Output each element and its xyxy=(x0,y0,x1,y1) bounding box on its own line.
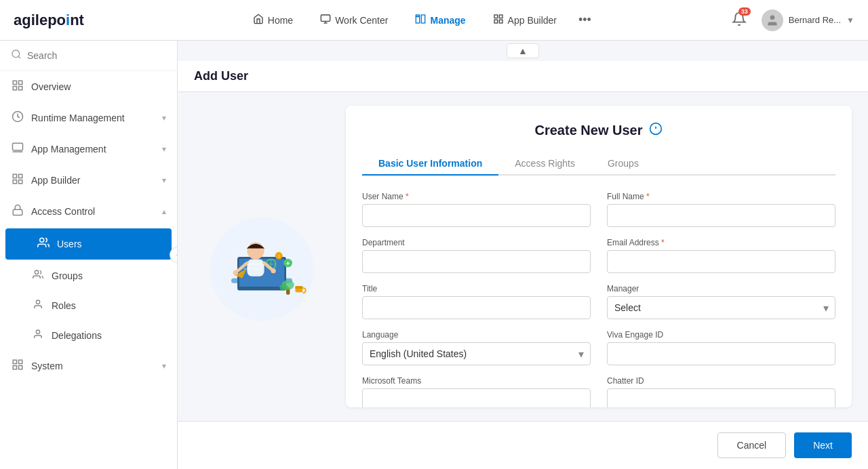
illustration-panel: ! + xyxy=(194,106,330,407)
nav-appbuilder-label: App Builder xyxy=(508,15,557,26)
nav-workcenter[interactable]: Work Center xyxy=(309,8,399,33)
svg-point-27 xyxy=(36,300,39,304)
svg-rect-48 xyxy=(247,259,264,276)
appbuilder-icon xyxy=(493,14,504,27)
avatar-image xyxy=(762,9,783,31)
tab-groups[interactable]: Groups xyxy=(591,152,655,176)
msteams-label: Microsoft Teams xyxy=(362,376,591,386)
nav-manage[interactable]: Manage xyxy=(404,8,476,33)
runtime-expand-icon: ▾ xyxy=(162,113,166,123)
svg-rect-20 xyxy=(13,174,16,178)
language-label: Language xyxy=(362,330,591,340)
chevron-up-button[interactable]: ▲ xyxy=(507,43,539,58)
delegations-icon xyxy=(31,329,45,342)
email-input[interactable] xyxy=(607,250,835,273)
nav-home-label: Home xyxy=(268,15,293,26)
accesscontrol-expand-icon: ▴ xyxy=(162,207,166,216)
sidebar-item-groups-label: Groups xyxy=(52,270,166,281)
svg-rect-21 xyxy=(19,174,22,178)
viva-input[interactable] xyxy=(607,342,835,365)
svg-rect-22 xyxy=(13,180,16,184)
sidebar-item-system[interactable]: System ▾ xyxy=(0,350,177,382)
svg-rect-6 xyxy=(494,15,498,18)
sidebar-item-groups[interactable]: Groups xyxy=(0,261,177,291)
notification-badge: 33 xyxy=(738,7,751,16)
search-input[interactable] xyxy=(27,50,166,61)
runtime-icon xyxy=(11,110,24,125)
nav-more[interactable]: ••• xyxy=(573,7,597,33)
groups-icon xyxy=(31,269,45,283)
logo[interactable]: agilepoint xyxy=(14,12,84,29)
chevron-bar: ▲ xyxy=(178,41,868,61)
manager-select[interactable]: Select xyxy=(607,296,835,319)
user-dropdown-icon[interactable]: ▼ xyxy=(846,16,854,25)
chatter-label: Chatter ID xyxy=(607,376,835,386)
users-icon xyxy=(37,237,50,251)
sidebar-item-users[interactable]: Users xyxy=(5,228,172,260)
svg-text:+: + xyxy=(286,260,290,266)
svg-rect-8 xyxy=(494,20,498,23)
svg-rect-16 xyxy=(19,87,22,90)
sidebar-item-runtime-label: Runtime Management xyxy=(31,113,155,123)
user-avatar[interactable]: Bernard Re... ▼ xyxy=(762,9,854,31)
sidebar-item-system-label: System xyxy=(31,361,155,371)
sidebar-item-runtime[interactable]: Runtime Management ▾ xyxy=(0,102,177,134)
roles-icon xyxy=(31,299,45,312)
app-body: Overview Runtime Management ▾ App Manage… xyxy=(0,41,868,469)
svg-point-11 xyxy=(12,50,20,58)
msteams-field: Microsoft Teams xyxy=(362,376,591,407)
viva-label: Viva Engage ID xyxy=(607,330,835,340)
svg-point-52 xyxy=(271,268,276,273)
tab-access-rights[interactable]: Access Rights xyxy=(498,152,591,176)
sidebar-item-accesscontrol-label: Access Control xyxy=(31,206,155,217)
info-icon[interactable] xyxy=(649,122,663,139)
search-icon xyxy=(11,49,22,62)
svg-rect-31 xyxy=(13,366,16,369)
tab-basic-user-info[interactable]: Basic User Information xyxy=(362,152,498,176)
page-title: Add User xyxy=(194,69,248,83)
sidebar-item-accesscontrol[interactable]: Access Control ▴ xyxy=(0,196,177,227)
manage-icon xyxy=(415,14,426,27)
form-title-text: Create New User xyxy=(535,123,643,138)
title-label: Title xyxy=(362,284,591,293)
chatter-input[interactable] xyxy=(607,388,835,407)
accesscontrol-icon xyxy=(11,204,24,219)
svg-rect-7 xyxy=(499,15,502,18)
svg-text:!: ! xyxy=(278,253,279,259)
form-footer: Cancel Next xyxy=(178,421,868,469)
sidebar-item-appmgmt[interactable]: App Management ▾ xyxy=(0,134,177,165)
language-select[interactable]: English (United States) xyxy=(362,342,591,365)
department-input[interactable] xyxy=(362,250,591,273)
cancel-button[interactable]: Cancel xyxy=(717,432,787,458)
page-header: Add User xyxy=(178,61,868,92)
sidebar-item-overview-label: Overview xyxy=(31,81,166,92)
svg-point-25 xyxy=(40,238,44,242)
nav-home[interactable]: Home xyxy=(242,8,304,33)
home-icon xyxy=(253,14,264,27)
email-required: * xyxy=(661,238,665,247)
username-input[interactable] xyxy=(362,204,591,227)
nav-appbuilder[interactable]: App Builder xyxy=(482,8,568,33)
next-button[interactable]: Next xyxy=(794,432,852,458)
main-content: ▲ Add User xyxy=(178,41,868,469)
system-expand-icon: ▾ xyxy=(162,361,166,371)
viva-field: Viva Engage ID xyxy=(607,330,835,365)
notification-button[interactable]: 33 xyxy=(728,7,751,33)
form-tabs: Basic User Information Access Rights Gro… xyxy=(362,152,835,176)
sidebar-item-appbuilder[interactable]: App Builder ▾ xyxy=(0,165,177,196)
sidebar-item-delegations[interactable]: Delegations xyxy=(0,321,177,350)
username-field: User Name * xyxy=(362,192,591,227)
fullname-input[interactable] xyxy=(607,204,835,227)
sidebar-search-container xyxy=(0,41,177,71)
svg-rect-13 xyxy=(13,81,16,84)
fullname-required: * xyxy=(646,192,650,201)
fullname-field: Full Name * xyxy=(607,192,835,227)
sidebar-item-roles[interactable]: Roles xyxy=(0,291,177,321)
title-input[interactable] xyxy=(362,296,591,319)
sidebar-item-appmgmt-label: App Management xyxy=(31,144,155,155)
sidebar-item-overview[interactable]: Overview xyxy=(0,71,177,102)
svg-point-51 xyxy=(233,270,238,274)
msteams-input[interactable] xyxy=(362,388,591,407)
appbuilder-sidebar-icon xyxy=(11,173,24,188)
top-navigation: agilepoint Home Work Center Manage Ap xyxy=(0,0,868,41)
